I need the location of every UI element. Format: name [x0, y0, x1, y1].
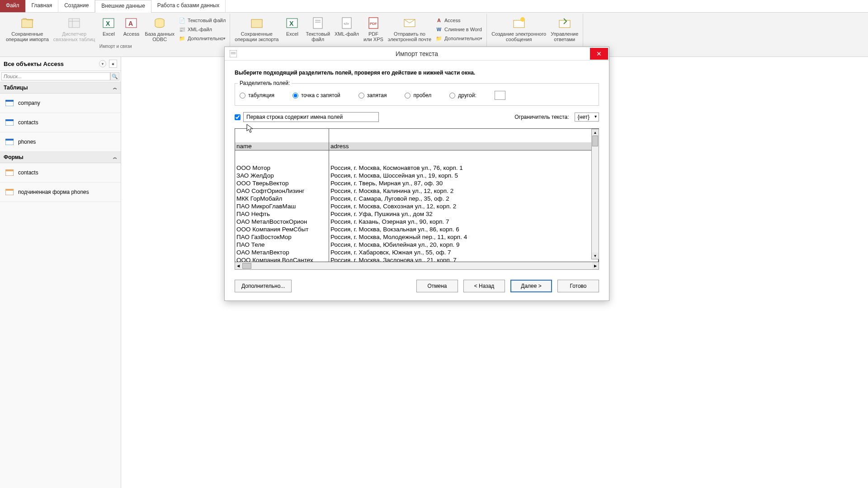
access-icon: A	[124, 16, 138, 30]
excel-icon: X	[101, 16, 116, 30]
dialog-title: Импорт текста	[225, 50, 609, 57]
nav-form-phones-subform[interactable]: подчиненная форма phones	[0, 183, 121, 202]
nav-table-company[interactable]: company	[0, 94, 121, 113]
import-xml-file-button[interactable]: 📰XML-файл	[177, 25, 227, 34]
new-email-icon	[512, 16, 526, 30]
import-text-file-button[interactable]: 📄Текстовый файл	[177, 16, 227, 25]
finish-button[interactable]: Готово	[557, 280, 599, 292]
import-odbc-button[interactable]: База данных ODBC	[142, 15, 177, 43]
nav-collapse-button[interactable]: «	[109, 60, 117, 68]
cancel-button[interactable]: Отмена	[416, 280, 458, 292]
nav-section-forms[interactable]: Формы	[4, 154, 24, 160]
preview-cell: Россия, г. Москва, Заслонова ул., 21, ко…	[329, 256, 598, 262]
saved-export-button[interactable]: Сохраненные операции экспорта	[232, 15, 281, 43]
back-button[interactable]: < Назад	[463, 280, 505, 292]
navigation-pane: Все объекты Access ▾ « 🔍 Таблицы︽ compan…	[0, 57, 121, 488]
linked-table-manager-button: Диспетчер связанных таблиц	[51, 15, 98, 43]
preview-cell: ЗАО ЖелДор	[235, 172, 329, 179]
tab-file[interactable]: Файл	[0, 0, 26, 12]
nav-dropdown-button[interactable]: ▾	[99, 60, 106, 67]
scroll-up-icon[interactable]: ▲	[592, 129, 599, 136]
chevron-up-icon[interactable]: ︽	[113, 155, 117, 160]
preview-cell: Россия, г. Москва, Вокзальная ул., 86, к…	[329, 225, 598, 233]
svg-rect-32	[5, 189, 14, 191]
radio-other[interactable]: другой:	[449, 92, 476, 99]
nav-table-phones[interactable]: phones	[0, 132, 121, 152]
access-icon: A	[435, 17, 443, 24]
preview-cell: Россия, г. Хабаровск, Южная ул., 55, оф.…	[329, 249, 598, 256]
preview-cell: ООО Мотор	[235, 164, 329, 172]
nav-search-button[interactable]: 🔍	[110, 72, 119, 80]
radio-tab[interactable]: табуляция	[240, 92, 274, 99]
delimiter-legend: Разделитель полей:	[238, 80, 292, 86]
svg-rect-12	[313, 18, 322, 28]
saved-import-icon	[20, 16, 34, 30]
radio-comma[interactable]: запятая	[359, 92, 387, 99]
svg-rect-0	[22, 19, 33, 28]
export-access-button[interactable]: AAccess	[434, 16, 484, 25]
export-text-button[interactable]: Текстовый файл	[303, 15, 332, 43]
preview-cell: Россия, г. Москва, Молодежный пер., 11, …	[329, 233, 598, 241]
column-header-adress[interactable]: adress	[329, 142, 598, 150]
export-excel-button[interactable]: X Excel	[281, 15, 303, 38]
tab-external-data[interactable]: Внешние данные	[95, 0, 151, 13]
radio-space[interactable]: пробел	[405, 92, 431, 99]
next-button[interactable]: Далее >	[510, 280, 552, 292]
advanced-button[interactable]: Дополнительно...	[235, 280, 292, 292]
nav-search-input[interactable]	[1, 72, 110, 80]
svg-rect-1	[69, 19, 80, 28]
scroll-thumb[interactable]	[592, 136, 598, 146]
export-pdf-button[interactable]: PDF PDF или XPS	[361, 15, 386, 43]
svg-rect-24	[5, 100, 14, 102]
preview-cell: ПАО Нефть	[235, 210, 329, 218]
preview-cell: ПАО Теле	[235, 241, 329, 249]
scroll-right-icon[interactable]: ▶	[592, 262, 599, 269]
scroll-left-icon[interactable]: ◀	[235, 262, 241, 269]
preview-vertical-scrollbar[interactable]: ▲ ▼	[591, 129, 599, 259]
svg-rect-9	[251, 19, 262, 28]
preview-cell: ОАО СофтОрионЛизинг	[235, 187, 329, 195]
ribbon-group-import: Импорт и связи	[99, 43, 132, 50]
import-access-button[interactable]: A Access	[120, 15, 142, 38]
svg-text:X: X	[289, 20, 294, 27]
chevron-up-icon[interactable]: ︽	[113, 85, 117, 91]
preview-horizontal-scrollbar[interactable]: ◀ ▶	[235, 262, 599, 270]
export-xml-button[interactable]: </> XML-файл	[332, 15, 361, 38]
tab-create[interactable]: Создание	[58, 0, 95, 12]
preview-cell: Россия, г. Тверь, Мирная ул., 87, оф. 30	[329, 179, 598, 187]
export-word-merge-button[interactable]: WСлияние в Word	[434, 25, 484, 34]
chevron-down-icon: ▾	[223, 36, 226, 41]
column-header-name[interactable]: name	[235, 142, 329, 150]
manage-replies-button[interactable]: Управление ответами	[548, 15, 580, 43]
dialog-close-button[interactable]: ✕	[590, 48, 608, 60]
saved-import-button[interactable]: Сохраненные операции импорта	[4, 15, 51, 43]
nav-section-tables[interactable]: Таблицы	[4, 84, 28, 91]
preview-cell: Россия, г. Москва, Совхозная ул., 12, ко…	[329, 202, 598, 210]
create-email-button[interactable]: Создание электронного сообщения	[489, 15, 548, 43]
first-row-header-label: Первая строка содержит имена полей	[243, 112, 379, 122]
close-icon: ✕	[596, 50, 602, 57]
text-qualifier-combo[interactable]: {нет}	[575, 113, 599, 122]
export-more-button[interactable]: 📁Дополнительно ▾	[434, 34, 484, 43]
tab-home[interactable]: Главная	[26, 0, 59, 12]
preview-cell: ОАО МеталВектор	[235, 249, 329, 256]
svg-rect-22	[559, 20, 570, 28]
export-email-button[interactable]: Отправить по электронной почте	[386, 15, 434, 43]
first-row-header-checkbox[interactable]	[235, 114, 241, 120]
replies-icon	[557, 16, 572, 30]
nav-table-contacts[interactable]: contacts	[0, 113, 121, 132]
other-delimiter-input[interactable]	[495, 91, 505, 100]
scroll-down-icon[interactable]: ▼	[592, 253, 599, 259]
scroll-thumb-h[interactable]	[242, 263, 251, 269]
import-more-button[interactable]: 📁Дополнительно ▾	[177, 34, 227, 43]
svg-rect-28	[5, 139, 14, 141]
word-icon: W	[435, 26, 443, 33]
text-file-icon: 📄	[179, 17, 186, 24]
form-icon	[5, 189, 14, 195]
nav-form-contacts[interactable]: contacts	[0, 163, 121, 183]
radio-semicolon[interactable]: точка с запятой	[292, 92, 340, 99]
import-excel-button[interactable]: X Excel	[97, 15, 120, 38]
tab-database-tools[interactable]: Работа с базами данных	[151, 0, 226, 12]
preview-cell: ООО ТверьВектор	[235, 179, 329, 187]
text-file-icon	[311, 16, 325, 30]
